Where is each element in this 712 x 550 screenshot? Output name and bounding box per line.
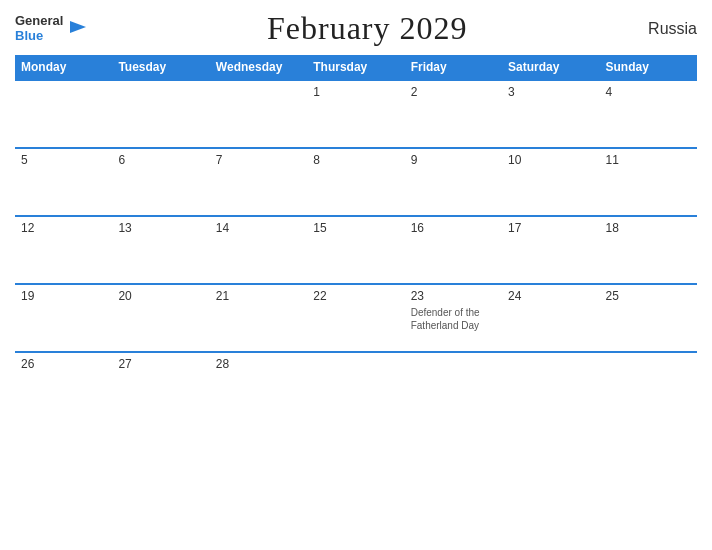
holiday-label: Defender of the Fatherland Day — [411, 306, 496, 332]
calendar-cell: 14 — [210, 216, 307, 284]
weekday-header-sunday: Sunday — [600, 55, 697, 80]
day-number: 25 — [606, 289, 691, 303]
logo-general-text: General — [15, 14, 63, 28]
weekday-header-row: MondayTuesdayWednesdayThursdayFridaySatu… — [15, 55, 697, 80]
day-number: 14 — [216, 221, 301, 235]
calendar-cell: 25 — [600, 284, 697, 352]
calendar-cell: 4 — [600, 80, 697, 148]
day-number: 10 — [508, 153, 593, 167]
calendar-cell: 19 — [15, 284, 112, 352]
calendar-cell: 17 — [502, 216, 599, 284]
day-number: 3 — [508, 85, 593, 99]
day-number: 5 — [21, 153, 106, 167]
day-number: 23 — [411, 289, 496, 303]
calendar-cell: 8 — [307, 148, 404, 216]
day-number: 27 — [118, 357, 203, 371]
day-number: 16 — [411, 221, 496, 235]
day-number: 1 — [313, 85, 398, 99]
calendar-week-row: 567891011 — [15, 148, 697, 216]
weekday-header-thursday: Thursday — [307, 55, 404, 80]
weekday-header-tuesday: Tuesday — [112, 55, 209, 80]
weekday-header-wednesday: Wednesday — [210, 55, 307, 80]
calendar-cell — [307, 352, 404, 420]
calendar-cell: 1 — [307, 80, 404, 148]
page: General Blue February 2029 Russia Monday… — [0, 0, 712, 550]
weekday-header-monday: Monday — [15, 55, 112, 80]
calendar-cell — [15, 80, 112, 148]
day-number: 28 — [216, 357, 301, 371]
day-number: 8 — [313, 153, 398, 167]
day-number: 9 — [411, 153, 496, 167]
calendar-week-row: 1234 — [15, 80, 697, 148]
day-number: 26 — [21, 357, 106, 371]
day-number: 19 — [21, 289, 106, 303]
calendar-cell: 10 — [502, 148, 599, 216]
calendar-cell: 27 — [112, 352, 209, 420]
day-number: 11 — [606, 153, 691, 167]
day-number: 4 — [606, 85, 691, 99]
weekday-header-saturday: Saturday — [502, 55, 599, 80]
calendar-cell — [112, 80, 209, 148]
calendar-table: MondayTuesdayWednesdayThursdayFridaySatu… — [15, 55, 697, 420]
country-label: Russia — [648, 20, 697, 38]
day-number: 12 — [21, 221, 106, 235]
calendar-cell: 5 — [15, 148, 112, 216]
calendar-cell — [600, 352, 697, 420]
calendar-cell: 21 — [210, 284, 307, 352]
day-number: 18 — [606, 221, 691, 235]
calendar-week-row: 1920212223Defender of the Fatherland Day… — [15, 284, 697, 352]
weekday-header-friday: Friday — [405, 55, 502, 80]
page-title: February 2029 — [267, 10, 468, 47]
calendar-cell — [210, 80, 307, 148]
day-number: 15 — [313, 221, 398, 235]
calendar-cell: 16 — [405, 216, 502, 284]
calendar-cell: 22 — [307, 284, 404, 352]
calendar-cell: 13 — [112, 216, 209, 284]
calendar-cell: 28 — [210, 352, 307, 420]
day-number: 17 — [508, 221, 593, 235]
header: General Blue February 2029 Russia — [15, 10, 697, 47]
day-number: 20 — [118, 289, 203, 303]
calendar-cell: 3 — [502, 80, 599, 148]
calendar-cell: 2 — [405, 80, 502, 148]
day-number: 24 — [508, 289, 593, 303]
calendar-cell: 24 — [502, 284, 599, 352]
day-number: 7 — [216, 153, 301, 167]
day-number: 13 — [118, 221, 203, 235]
calendar-cell: 15 — [307, 216, 404, 284]
calendar-cell: 18 — [600, 216, 697, 284]
day-number: 21 — [216, 289, 301, 303]
logo: General Blue — [15, 14, 86, 43]
calendar-cell: 7 — [210, 148, 307, 216]
calendar-week-row: 262728 — [15, 352, 697, 420]
svg-marker-0 — [70, 21, 86, 33]
calendar-week-row: 12131415161718 — [15, 216, 697, 284]
calendar-cell: 6 — [112, 148, 209, 216]
calendar-cell — [405, 352, 502, 420]
logo-blue-text: Blue — [15, 29, 63, 43]
calendar-cell: 12 — [15, 216, 112, 284]
calendar-cell — [502, 352, 599, 420]
logo-flag-icon — [66, 19, 86, 39]
calendar-cell: 9 — [405, 148, 502, 216]
calendar-cell: 20 — [112, 284, 209, 352]
calendar-cell: 11 — [600, 148, 697, 216]
day-number: 22 — [313, 289, 398, 303]
day-number: 2 — [411, 85, 496, 99]
day-number: 6 — [118, 153, 203, 167]
calendar-cell: 23Defender of the Fatherland Day — [405, 284, 502, 352]
calendar-cell: 26 — [15, 352, 112, 420]
